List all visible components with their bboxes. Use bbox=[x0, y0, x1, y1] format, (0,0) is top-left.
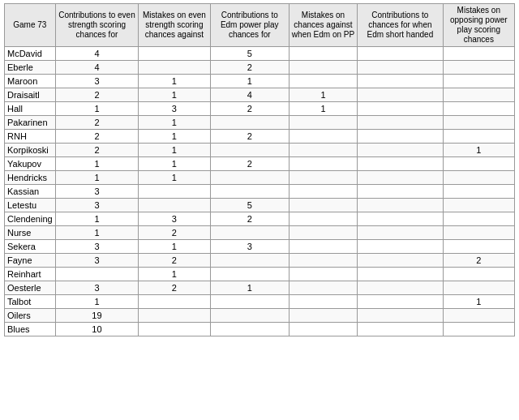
player-name: Maroon bbox=[5, 75, 56, 88]
stat-cell: 1 bbox=[443, 295, 514, 309]
stat-cell bbox=[443, 268, 514, 281]
stat-cell bbox=[289, 309, 357, 323]
stat-cell bbox=[358, 323, 443, 336]
stat-cell bbox=[358, 199, 443, 212]
table-row: Clendening132 bbox=[5, 212, 515, 226]
stat-cell bbox=[443, 171, 514, 185]
stat-cell: 10 bbox=[55, 323, 139, 336]
table-row: Talbot11 bbox=[5, 295, 515, 309]
stat-cell: 1 bbox=[55, 171, 139, 185]
stat-cell: 4 bbox=[210, 88, 289, 102]
stat-cell: 1 bbox=[55, 212, 139, 226]
stat-cell bbox=[289, 295, 357, 309]
stat-cell bbox=[210, 309, 289, 323]
stat-cell: 2 bbox=[210, 61, 289, 75]
stat-cell bbox=[358, 281, 443, 295]
stat-cell bbox=[139, 309, 210, 323]
stat-cell bbox=[358, 102, 443, 116]
stat-cell: 1 bbox=[139, 88, 210, 102]
table-row: Pakarinen21 bbox=[5, 116, 515, 130]
stat-cell bbox=[443, 185, 514, 199]
stat-cell bbox=[443, 309, 514, 323]
table-row: Maroon311 bbox=[5, 75, 515, 88]
stat-cell bbox=[443, 212, 514, 226]
stat-cell bbox=[210, 295, 289, 309]
stat-cell: 1 bbox=[289, 88, 357, 102]
stat-cell bbox=[443, 226, 514, 240]
table-row: McDavid45 bbox=[5, 47, 515, 61]
player-name: Pakarinen bbox=[5, 116, 56, 130]
stat-cell: 3 bbox=[55, 254, 139, 268]
table-row: Oesterle321 bbox=[5, 281, 515, 295]
stat-cell bbox=[210, 144, 289, 157]
table-row: Yakupov112 bbox=[5, 157, 515, 171]
player-name: Blues bbox=[5, 323, 56, 336]
table-row: Hall1321 bbox=[5, 102, 515, 116]
stat-cell bbox=[443, 116, 514, 130]
stat-cell: 1 bbox=[55, 102, 139, 116]
stat-cell bbox=[358, 212, 443, 226]
table-row: Draisaitl2141 bbox=[5, 88, 515, 102]
stat-cell bbox=[358, 171, 443, 185]
stat-cell bbox=[358, 240, 443, 254]
stat-cell: 4 bbox=[55, 61, 139, 75]
stat-cell bbox=[443, 61, 514, 75]
player-name: Hendricks bbox=[5, 171, 56, 185]
stat-cell: 1 bbox=[210, 75, 289, 88]
stat-cell: 2 bbox=[443, 254, 514, 268]
stat-cell bbox=[443, 240, 514, 254]
stat-cell bbox=[139, 61, 210, 75]
stat-cell: 1 bbox=[210, 281, 289, 295]
stat-cell: 1 bbox=[289, 102, 357, 116]
player-name: Eberle bbox=[5, 61, 56, 75]
col-header-4: Mistakes on chances against when Edm on … bbox=[289, 4, 357, 47]
col-header-5: Contributions to chances for when Edm sh… bbox=[358, 4, 443, 47]
player-name: Sekera bbox=[5, 240, 56, 254]
stat-cell: 4 bbox=[55, 47, 139, 61]
stat-cell: 2 bbox=[139, 254, 210, 268]
stat-cell: 1 bbox=[139, 157, 210, 171]
stats-table: Game 73 Contributions to even strength s… bbox=[4, 3, 515, 336]
stat-cell bbox=[210, 171, 289, 185]
col-header-2: Mistakes on even strength scoring chance… bbox=[139, 4, 210, 47]
table-row: Kassian3 bbox=[5, 185, 515, 199]
stat-cell: 3 bbox=[55, 185, 139, 199]
stat-cell bbox=[210, 226, 289, 240]
stat-cell: 3 bbox=[210, 240, 289, 254]
col-header-6: Mistakes on opposing power play scoring … bbox=[443, 4, 514, 47]
table-row: Sekera313 bbox=[5, 240, 515, 254]
player-name: Draisaitl bbox=[5, 88, 56, 102]
table-row: Nurse12 bbox=[5, 226, 515, 240]
stat-cell: 2 bbox=[55, 116, 139, 130]
col-header-1: Contributions to even strength scoring c… bbox=[55, 4, 139, 47]
stat-cell: 2 bbox=[139, 226, 210, 240]
stat-cell: 2 bbox=[210, 157, 289, 171]
stat-cell bbox=[358, 144, 443, 157]
table-row: Blues10 bbox=[5, 323, 515, 336]
stat-cell bbox=[289, 47, 357, 61]
stat-cell bbox=[289, 116, 357, 130]
stat-cell: 1 bbox=[139, 240, 210, 254]
stat-cell bbox=[210, 116, 289, 130]
stat-cell bbox=[210, 185, 289, 199]
stat-cell: 1 bbox=[55, 157, 139, 171]
table-row: Korpikoski211 bbox=[5, 144, 515, 157]
stat-cell: 1 bbox=[55, 295, 139, 309]
stat-cell bbox=[139, 323, 210, 336]
stat-cell bbox=[358, 61, 443, 75]
stat-cell bbox=[358, 295, 443, 309]
stat-cell: 1 bbox=[139, 171, 210, 185]
stat-cell bbox=[358, 130, 443, 144]
stat-cell bbox=[139, 47, 210, 61]
player-name: Talbot bbox=[5, 295, 56, 309]
player-name: Reinhart bbox=[5, 268, 56, 281]
stat-cell bbox=[358, 116, 443, 130]
stat-cell bbox=[443, 75, 514, 88]
player-name: Oilers bbox=[5, 309, 56, 323]
stat-cell: 5 bbox=[210, 199, 289, 212]
stat-cell bbox=[289, 75, 357, 88]
stat-cell bbox=[358, 254, 443, 268]
table-row: RNH212 bbox=[5, 130, 515, 144]
stat-cell bbox=[358, 268, 443, 281]
stat-cell: 2 bbox=[55, 144, 139, 157]
